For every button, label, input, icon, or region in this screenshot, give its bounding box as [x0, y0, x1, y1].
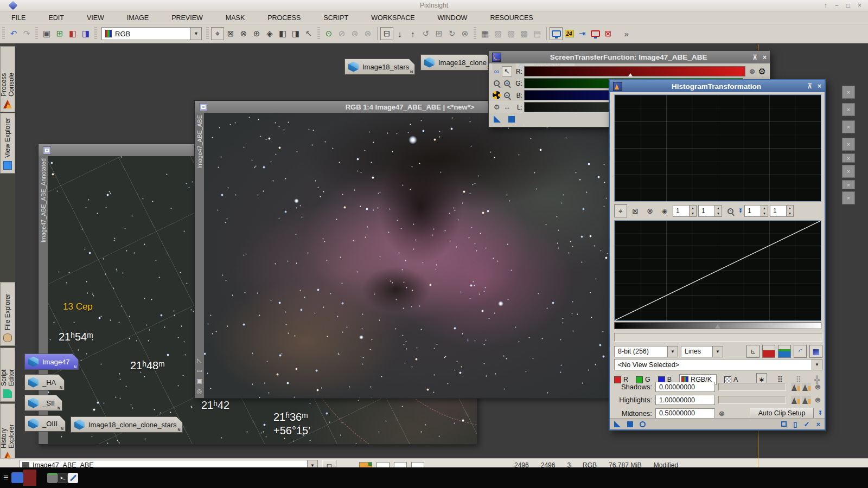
midtones-balance-slider[interactable] — [614, 322, 821, 329]
dynamic-mode-icon[interactable]: ◈ — [263, 27, 276, 40]
apply-global-icon[interactable] — [614, 421, 621, 427]
show-mask-icon[interactable]: ▦ — [478, 27, 492, 40]
track-view-icon[interactable] — [492, 90, 502, 100]
remove-mask-icon[interactable]: ▨ — [492, 27, 505, 40]
sidebar-tab-file-explorer[interactable]: File Explorer — [0, 282, 15, 346]
zoom-spinbox[interactable]: 1▲▼ — [698, 205, 722, 217]
resample-icon[interactable]: ↔ — [502, 102, 512, 112]
toolbar-handle[interactable] — [2, 27, 5, 40]
clear-icon[interactable]: ⊗ — [813, 396, 822, 404]
mask-preview-icon[interactable]: ▤ — [531, 27, 544, 40]
shadows-input[interactable]: 0.00000000 — [655, 382, 715, 392]
resolution-select[interactable]: 8-bit (256) ▼ — [614, 346, 678, 357]
pan-histogram-icon[interactable]: ⌖ — [614, 204, 627, 217]
clip-count-icon[interactable] — [791, 383, 800, 391]
close-image-icon[interactable] — [589, 27, 602, 40]
toolbar-handle[interactable] — [206, 27, 209, 40]
menu-item-mask[interactable]: MASK — [214, 12, 256, 23]
menu-item-process[interactable]: PROCESS — [256, 12, 312, 23]
process-settings-icon[interactable]: ⊞ — [432, 27, 445, 40]
clip-percent-icon[interactable] — [802, 383, 811, 391]
workspace-2-button[interactable] — [376, 462, 390, 468]
menu-item-workspace[interactable]: WORKSPACE — [360, 12, 426, 23]
zoom-out-icon[interactable]: − — [502, 90, 512, 100]
image-thumbnail-Image18_clone_clone_stars[interactable]: Image18_clone_clone_starsN — [71, 416, 183, 433]
spin-down-icon[interactable]: ▼ — [715, 211, 722, 216]
workspace-3-button[interactable] — [394, 462, 407, 468]
histogram-output-plot[interactable] — [614, 220, 821, 321]
window-icon[interactable] — [199, 103, 207, 111]
spin-arrows[interactable]: ▲▼ — [714, 206, 722, 216]
file-manager-launcher-icon[interactable] — [47, 473, 58, 483]
enable-mask-icon[interactable]: ▩ — [518, 27, 531, 40]
spin-down-icon[interactable]: ▼ — [787, 211, 793, 216]
image-thumbnail-_OIII[interactable]: _OIIIN — [24, 415, 66, 432]
clipping-slider[interactable] — [718, 383, 786, 391]
close-icon[interactable]: × — [818, 82, 821, 90]
reset-icon[interactable] — [627, 421, 633, 427]
sync-views-icon[interactable]: ▼▼ — [738, 209, 743, 213]
histogram-input-plot[interactable] — [614, 94, 821, 202]
menu-item-image[interactable]: IMAGE — [116, 12, 160, 23]
clip-count-icon[interactable] — [791, 396, 800, 404]
clear-icon[interactable]: ⊗ — [717, 409, 726, 418]
link-icon[interactable]: ∞ — [492, 66, 502, 76]
zoom-extents-icon[interactable]: ⊠ — [629, 204, 642, 217]
reset-process-icon[interactable]: ↻ — [445, 27, 458, 40]
screen-stf-icon[interactable] — [550, 27, 563, 40]
iconize-icon[interactable]: ⊼ — [807, 82, 812, 90]
stf-red-gradient[interactable] — [524, 66, 745, 76]
spin-up-icon[interactable]: ▲ — [690, 206, 696, 211]
spin-up-icon[interactable]: ▲ — [787, 206, 793, 211]
midtones-marker[interactable] — [715, 324, 720, 329]
hidden-window-button[interactable]: × — [842, 138, 855, 151]
preview-mode-icon[interactable]: ◧ — [276, 27, 289, 40]
midtone-marker[interactable] — [628, 73, 633, 76]
menu-item-window[interactable]: WINDOW — [426, 12, 479, 23]
spin-arrows[interactable]: ▲▼ — [786, 206, 793, 216]
hidden-window-button[interactable]: × — [842, 180, 855, 189]
sidebar-tab-view-explorer[interactable]: View Explorer — [0, 113, 15, 174]
menu-item-preview[interactable]: PREVIEW — [160, 12, 214, 23]
revert-process-icon[interactable]: ↺ — [419, 27, 432, 40]
load-process-icon[interactable]: ↓ — [393, 27, 406, 40]
menu-item-resources[interactable]: RESOURCES — [478, 12, 544, 23]
redo-icon[interactable]: ↷ — [20, 27, 33, 40]
menu-item-view[interactable]: VIEW — [75, 12, 116, 23]
image-window-main[interactable]: RGB 1:4 Image47_ABE_ABE | <*new*> Image4… — [194, 100, 613, 399]
clip-percent-icon[interactable] — [802, 396, 811, 404]
move-mode-icon[interactable]: ⊕ — [250, 27, 263, 40]
main-window-side-strip[interactable]: Image47_ABE_ABE ◺▭▣◎ — [195, 113, 204, 398]
hidden-window-button[interactable]: × — [842, 191, 855, 204]
clipping-slider[interactable] — [718, 396, 786, 404]
terminal-launcher-icon[interactable]: >_ — [58, 473, 68, 483]
toolbar-handle[interactable] — [94, 27, 97, 40]
split-rgb-icon[interactable]: ◧ — [66, 27, 79, 40]
spin-arrows[interactable]: ▲▼ — [689, 206, 696, 216]
new-instance-icon[interactable] — [781, 421, 787, 427]
select-mode-icon[interactable]: ↖ — [302, 27, 315, 40]
expand-section-icon[interactable]: ▼▼ — [818, 411, 822, 415]
image-thumbnail-Image47[interactable]: Image47N — [24, 354, 79, 370]
statusbar-view-select[interactable]: Image47_ABE_ABE ▼ — [20, 460, 318, 467]
clone-instance-icon[interactable]: ⊛ — [361, 27, 374, 40]
gear-icon[interactable]: ⚙ — [757, 66, 767, 76]
edit-instance-icon[interactable]: ⊘ — [335, 27, 348, 40]
menu-item-file[interactable]: FILE — [0, 12, 37, 23]
dock-window-icon[interactable]: ⇥ — [576, 27, 589, 40]
show-filled-histograms-icon[interactable] — [778, 345, 791, 358]
extract-channel-icon[interactable]: ◨ — [79, 27, 92, 40]
channel-view-select[interactable]: RGB▼ — [101, 27, 202, 40]
contract-icon[interactable]: × — [816, 420, 820, 428]
undo-icon[interactable]: ↶ — [7, 27, 20, 40]
workspace-button-1[interactable] — [23, 470, 36, 486]
hidden-window-button[interactable]: × — [842, 120, 855, 133]
highlights-input[interactable]: 1.00000000 — [655, 395, 715, 405]
contract-mode-icon[interactable]: ⊗ — [237, 27, 250, 40]
shrink-view-icon[interactable]: ⊗ — [643, 204, 656, 217]
invert-mask-icon[interactable]: ▧ — [505, 27, 518, 40]
zoom-spinbox[interactable]: 1▲▼ — [770, 205, 794, 217]
image-thumbnail-Image18_clone[interactable]: Image18_cloneN — [420, 54, 493, 70]
hidden-window-button[interactable]: × — [842, 165, 855, 178]
spin-up-icon[interactable]: ▲ — [715, 206, 722, 211]
